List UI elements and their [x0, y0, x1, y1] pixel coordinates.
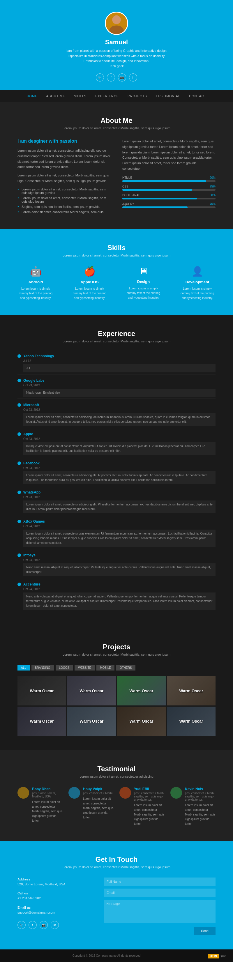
skill-android: 🤖 Android Lorem ipsum is simply dummy te… — [18, 266, 54, 301]
exp-dot — [18, 432, 21, 436]
message-row — [104, 900, 215, 924]
exp-date: Jul 12 — [23, 359, 215, 363]
skill-html5: HTML5 90% — [122, 176, 215, 182]
contact-instagram-icon[interactable]: 📷 — [40, 921, 48, 929]
exp-desc: Nba known . Ectulent view — [23, 389, 215, 397]
message-input[interactable] — [104, 900, 215, 923]
testimonial-avatar-1 — [18, 787, 29, 799]
avatar — [105, 12, 128, 35]
call-label: Call us — [18, 891, 92, 895]
exp-date: Oct 23, 2012 — [23, 384, 215, 387]
exp-infosys: Infosys Oct 24, 2012 Nunc amet massa. Al… — [18, 551, 215, 578]
name-row — [104, 878, 215, 886]
linkedin-icon[interactable]: in — [129, 73, 137, 81]
email-item: Email us support@domainnam.com — [18, 906, 92, 915]
project-item-4[interactable]: Warm Oscar — [167, 676, 215, 705]
footer: Copyright © 2015 Company name All rights… — [0, 950, 233, 962]
nav-skills[interactable]: SKILLS — [74, 94, 86, 98]
list-item: Lorem ipsum dolor sit amet, consectetur … — [18, 187, 111, 196]
contact-social-icons: 🐦 f 📷 in — [18, 921, 92, 929]
twitter-icon[interactable]: 🐦 — [96, 73, 104, 81]
exp-desc: Lorem ipsum dolor sit amet, consectetur … — [23, 413, 215, 426]
project-item-3[interactable]: Warm Oscar — [117, 676, 166, 705]
project-label: Warm Oscar — [80, 719, 104, 724]
nav-about[interactable]: ABOUT ME — [46, 94, 65, 98]
exp-company: XBox Games — [23, 519, 45, 523]
projects-section: Projects Lorem ipsum dolor sit amet, con… — [0, 628, 233, 750]
skill-css: CSS 75% — [122, 185, 215, 191]
project-label: Warm Oscar — [179, 719, 203, 724]
submit-button[interactable]: Send — [194, 927, 215, 935]
project-item-6[interactable]: Warm Oscar — [67, 706, 116, 736]
experience-section: Experience Lorem ipsum dolor sit amet, c… — [0, 315, 233, 628]
testimonial-name: Kevin Nuls — [185, 787, 215, 791]
exp-date: Oct 23, 2012 — [23, 408, 215, 411]
contact-facebook-icon[interactable]: f — [29, 921, 37, 929]
exp-whatsapp: WhatsApp Oct 23, 2012 Lorem ipsum dolor … — [18, 488, 215, 515]
testimonial-grid: Bony Dhen pos, Some Lorem, Mortfield, US… — [18, 787, 215, 826]
exp-dot — [18, 461, 21, 465]
list-item: Sagittis, sem quis non-lorem facilis, se… — [18, 204, 111, 209]
nav-contact[interactable]: CONTACT — [189, 94, 206, 98]
contact-info: Address 320, Some Lorem, Mortfield, USA … — [18, 878, 92, 935]
exp-xbox: XBox Games Oct 24, 2012 Lorem ipsum dolo… — [18, 517, 215, 549]
address-label: Address — [18, 878, 92, 881]
testimonial-item-3: Yudi Effii post, consectetur Morbi sagit… — [120, 787, 164, 826]
projects-grid: Warm Oscar Warm Oscar Warm Oscar Warm Os… — [18, 676, 215, 736]
filter-branding[interactable]: BRANDING — [32, 665, 54, 670]
nav-experience[interactable]: EXPERIENCE — [95, 94, 119, 98]
exp-desc: Intraque vitae elit posuere at consectet… — [23, 442, 215, 455]
facebook-icon[interactable]: f — [107, 73, 115, 81]
project-item-5[interactable]: Warm Oscar — [18, 706, 66, 736]
testimonial-text: Lorem ipsum dolor sit amet, consectetur … — [185, 803, 215, 826]
address-text: 320, Some Lorem, Mortfield, USA — [18, 882, 92, 887]
contact-linkedin-icon[interactable]: in — [51, 921, 59, 929]
filter-mobile[interactable]: MOBILE — [96, 665, 115, 670]
exp-desc: Nunc amet massa. Aliquet et aliquet, ull… — [23, 563, 215, 576]
exp-company: Accenture — [23, 582, 40, 586]
project-label: Warm Oscar — [30, 719, 54, 724]
testimonial-role: pos, Some Lorem, Mortfield, USA — [32, 792, 62, 798]
projects-filter: ALL BRANDING LOGOS WEBSITE MOBILE OTHERS — [18, 665, 215, 670]
name-input[interactable] — [104, 878, 215, 886]
about-title: About Me — [18, 116, 215, 125]
testimonial-content-4: Kevin Nuls pos, consectetur Morbi sagitt… — [185, 787, 215, 826]
testimonial-content-2: Houy Vulpit pos, consectetur Morbi Lorem… — [83, 787, 113, 826]
hero-section: Samuel I am from planet with a passion o… — [0, 0, 233, 90]
nav-testimonial[interactable]: TESTIMONIAL — [156, 94, 180, 98]
testimonial-item-4: Kevin Nuls pos, consectetur Morbi sagitt… — [171, 787, 215, 826]
filter-all[interactable]: ALL — [18, 665, 30, 670]
instagram-icon[interactable]: 📷 — [118, 73, 126, 81]
hero-social-icons: 🐦 f 📷 in — [6, 73, 227, 81]
about-heading: I am desginer with passion — [18, 138, 111, 144]
skill-pct: 80% — [210, 194, 215, 197]
filter-others[interactable]: OTHERS — [116, 665, 136, 670]
project-item-1[interactable]: Warm Oscar — [18, 676, 66, 705]
exp-date: Oct 24, 2012 — [23, 525, 215, 528]
exp-date: Oct 23, 2012 — [23, 437, 215, 441]
contact-subtitle: Lorem ipsum dolor sit amet, consectetur … — [18, 865, 215, 869]
nav-projects[interactable]: PROJECTS — [128, 94, 147, 98]
filter-logos[interactable]: LOGOS — [56, 665, 73, 670]
project-label: Warm Oscar — [80, 689, 104, 693]
contact-twitter-icon[interactable]: 🐦 — [18, 921, 26, 929]
exp-date: Oct 23, 2012 — [23, 466, 215, 469]
exp-desc: Lorem ipsum dolor sit amet, consectetur … — [23, 471, 215, 484]
exp-company: Yahoo Technology — [23, 354, 54, 358]
project-item-8[interactable]: Warm Oscar — [167, 706, 215, 736]
contact-section: Get In Touch Lorem ipsum dolor sit amet,… — [0, 841, 233, 950]
exp-company: WhatsApp — [23, 490, 40, 494]
exp-desc: Lorem ipsum dolor sit amet, consectetur … — [23, 530, 215, 547]
project-item-2[interactable]: Warm Oscar — [67, 676, 116, 705]
call-item: Call us +1 234 5678902 — [18, 891, 92, 901]
skills-title: Skills — [18, 244, 215, 252]
testimonial-text: Lorem ipsum dolor sit amet, consectetur … — [134, 803, 164, 826]
filter-website[interactable]: WEBSITE — [75, 665, 95, 670]
skill-ios: 🍎 Apple IOS Lorem ipsum is simply dummy … — [71, 266, 108, 301]
email-input[interactable] — [104, 889, 215, 897]
project-item-7[interactable]: Warm Oscar — [117, 706, 166, 736]
skill-name: Development — [179, 280, 215, 284]
contact-form: Send — [104, 878, 215, 935]
nav-home[interactable]: HOME — [27, 94, 38, 98]
exp-company: Facebook — [23, 461, 40, 465]
